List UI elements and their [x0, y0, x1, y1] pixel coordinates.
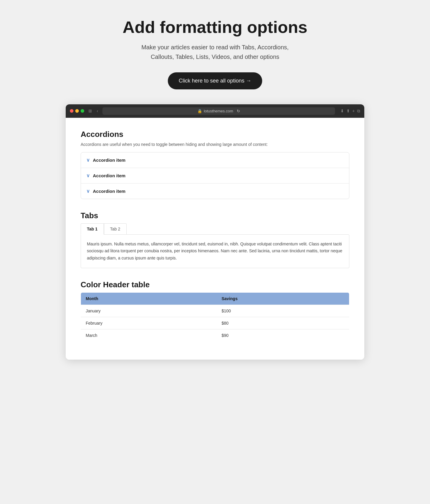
accordion-container: ∨ Accordion item ∨ Accordion item ∨ Acco…	[81, 152, 349, 199]
cta-button[interactable]: Click here to see all options →	[168, 72, 262, 89]
browser-chrome: ⊞ ‹ 🔒 lotusthemes.com ↻ ⬇ ⬆ + ⧉	[66, 104, 364, 118]
accordion-label-3: Accordion item	[93, 189, 125, 194]
browser-dots	[70, 109, 84, 113]
tabs-content: Mauris ipsum. Nulla metus metus, ullamco…	[81, 234, 349, 268]
table-cell-savings-1: $100	[217, 305, 349, 317]
table-row-2: February $80	[81, 317, 349, 329]
accordion-label-1: Accordion item	[93, 158, 125, 163]
tab-2[interactable]: Tab 2	[104, 223, 127, 234]
page-wrapper: Add formatting options Make your article…	[66, 18, 364, 360]
browser-actions: ⬇ ⬆ + ⧉	[340, 109, 360, 114]
table-header-savings: Savings	[217, 292, 349, 305]
accordions-section: Accordions Accordions are useful when yo…	[81, 130, 349, 199]
table-header-row: Month Savings	[81, 292, 349, 305]
dot-green[interactable]	[81, 109, 84, 113]
table-header-month: Month	[81, 292, 217, 305]
chevron-down-icon-1: ∨	[86, 157, 90, 163]
lock-icon: 🔒	[197, 109, 202, 113]
browser-window: ⊞ ‹ 🔒 lotusthemes.com ↻ ⬇ ⬆ + ⧉ Accordio…	[66, 104, 364, 360]
chevron-down-icon-2: ∨	[86, 173, 90, 178]
data-table: Month Savings January $100 February $80	[81, 292, 349, 342]
table-row-3: March $90	[81, 329, 349, 341]
table-cell-month-1: January	[81, 305, 217, 317]
accordion-item-2[interactable]: ∨ Accordion item	[81, 168, 349, 184]
table-title: Color Header table	[81, 280, 349, 289]
table-cell-month-2: February	[81, 317, 217, 329]
browser-nav: ⊞ ‹	[87, 108, 99, 114]
hero-section: Add formatting options Make your article…	[66, 18, 364, 89]
new-tab-icon[interactable]: +	[352, 109, 355, 114]
tab-content-text: Mauris ipsum. Nulla metus metus, ullamco…	[87, 241, 343, 262]
refresh-icon[interactable]: ↻	[237, 109, 240, 113]
dot-red[interactable]	[70, 109, 73, 113]
tabs-nav: Tab 1 Tab 2	[81, 223, 349, 234]
tabs-icon[interactable]: ⧉	[357, 109, 360, 114]
chevron-down-icon-3: ∨	[86, 188, 90, 194]
tabs-section: Tabs Tab 1 Tab 2 Mauris ipsum. Nulla met…	[81, 211, 349, 268]
browser-grid-icon[interactable]: ⊞	[87, 108, 93, 114]
accordions-description: Accordions are useful when you need to t…	[81, 142, 349, 147]
accordions-title: Accordions	[81, 130, 349, 139]
table-cell-month-3: March	[81, 329, 217, 341]
table-cell-savings-3: $90	[217, 329, 349, 341]
share-icon[interactable]: ⬆	[346, 109, 350, 114]
table-cell-savings-2: $80	[217, 317, 349, 329]
browser-content: Accordions Accordions are useful when yo…	[66, 118, 364, 360]
download-icon[interactable]: ⬇	[340, 109, 344, 114]
table-section: Color Header table Month Savings January…	[81, 280, 349, 342]
tab-1[interactable]: Tab 1	[81, 223, 104, 235]
table-row-1: January $100	[81, 305, 349, 317]
tabs-title: Tabs	[81, 211, 349, 220]
browser-addressbar: 🔒 lotusthemes.com ↻	[102, 107, 335, 115]
accordion-label-2: Accordion item	[93, 173, 125, 178]
dot-yellow[interactable]	[75, 109, 79, 113]
url-text: lotusthemes.com	[204, 109, 233, 113]
page-title: Add formatting options	[66, 18, 364, 36]
accordion-item-1[interactable]: ∨ Accordion item	[81, 152, 349, 168]
accordion-item-3[interactable]: ∨ Accordion item	[81, 184, 349, 199]
browser-back-icon[interactable]: ‹	[96, 108, 99, 114]
hero-subtitle: Make your articles easier to read with T…	[66, 42, 364, 62]
